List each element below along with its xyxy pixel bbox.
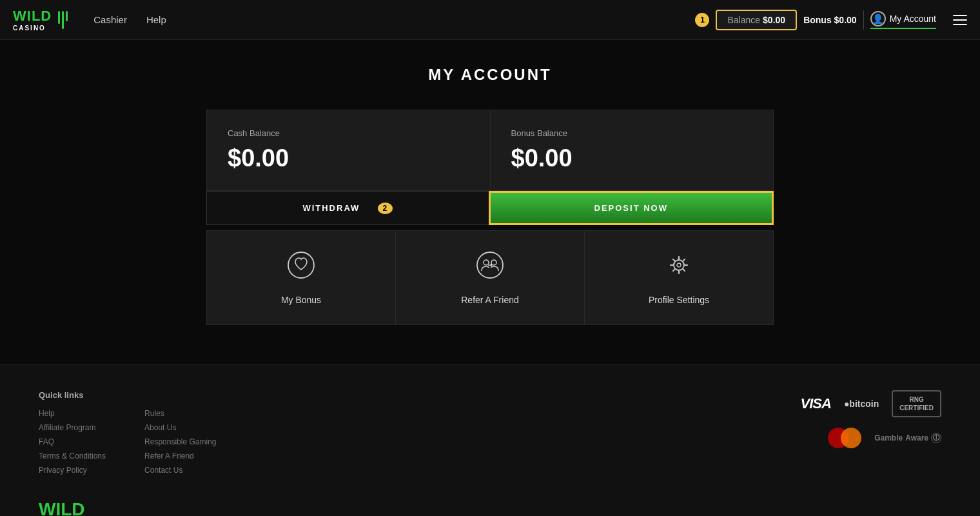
footer-col-misc: x Rules About Us Responsible Gaming Refe… <box>144 390 216 480</box>
svg-point-3 <box>491 260 496 265</box>
bitcoin-badge: ●bitcoin <box>844 399 879 409</box>
nav-help[interactable]: Help <box>146 14 166 25</box>
cash-balance-card: Cash Balance $0.00 <box>206 110 490 191</box>
quick-links-heading: Quick links <box>39 390 106 400</box>
cash-balance-label: Cash Balance <box>228 128 469 138</box>
quick-actions: My Bonus Refe <box>206 230 774 325</box>
step-badge: 1 <box>695 13 709 27</box>
cash-balance-value: $0.00 <box>228 144 469 172</box>
footer-logo: WILD <box>39 499 941 516</box>
quick-action-refer-friend[interactable]: Refer A Friend <box>395 230 584 325</box>
quick-action-my-bonus[interactable]: My Bonus <box>206 230 395 325</box>
footer-badges: VISA ●bitcoin RNG CERTIFIED GambleAware … <box>801 390 941 448</box>
profile-settings-label: Profile Settings <box>649 295 709 305</box>
footer-link-about[interactable]: About Us <box>144 423 216 432</box>
balance-value: $0.00 <box>763 15 785 25</box>
my-bonus-icon <box>286 250 316 286</box>
logo-lines <box>58 11 68 29</box>
my-account-link[interactable]: 👤 My Account <box>870 11 936 29</box>
footer-link-terms[interactable]: Terms & Conditions <box>39 452 106 461</box>
svg-point-2 <box>484 260 489 265</box>
deposit-button[interactable]: DEPOSIT NOW <box>489 191 774 225</box>
hamburger-menu[interactable] <box>953 15 967 25</box>
main-nav: Cashier Help <box>93 14 695 25</box>
footer-link-faq[interactable]: FAQ <box>39 437 106 446</box>
balance-box: Balance $0.00 <box>716 10 797 30</box>
mastercard-badge <box>828 428 861 448</box>
footer-link-rules[interactable]: Rules <box>144 409 216 418</box>
account-icon: 👤 <box>870 11 886 26</box>
page-title: MY ACCOUNT <box>428 66 551 84</box>
nav-cashier[interactable]: Cashier <box>93 14 127 25</box>
bonus-balance-card: Bonus Balance $0.00 <box>490 110 774 191</box>
visa-badge: VISA <box>801 395 831 412</box>
bonus-balance-value: $0.00 <box>511 144 753 172</box>
rng-badge: RNG CERTIFIED <box>892 390 941 417</box>
bonus-value: $0.00 <box>834 15 857 25</box>
footer-links: Quick links Help Affiliate Program FAQ T… <box>39 390 216 480</box>
refer-friend-icon <box>475 250 505 286</box>
profile-settings-icon <box>664 250 694 286</box>
gamble-aware-badge: GambleAware ⓘ <box>874 433 941 443</box>
quick-action-profile-settings[interactable]: Profile Settings <box>584 230 774 325</box>
logo-casino: CASINO <box>13 25 52 32</box>
footer-link-refer[interactable]: Refer A Friend <box>144 452 216 461</box>
refer-friend-label: Refer A Friend <box>461 295 519 305</box>
bonus-label: Bonus <box>803 15 832 25</box>
footer-link-help[interactable]: Help <box>39 409 106 418</box>
bonus-balance-label: Bonus Balance <box>511 128 753 138</box>
footer-link-privacy[interactable]: Privacy Policy <box>39 466 106 475</box>
my-bonus-label: My Bonus <box>281 295 321 305</box>
svg-point-5 <box>677 263 681 267</box>
balance-label: Balance <box>727 15 760 25</box>
bonus-display: Bonus $0.00 <box>803 15 857 25</box>
footer-link-responsible[interactable]: Responsible Gaming <box>144 437 216 446</box>
footer-link-contact[interactable]: Contact Us <box>144 466 216 475</box>
withdraw-step-badge: 2 <box>378 203 393 214</box>
action-buttons: WITHDRAW 2 DEPOSIT NOW <box>206 191 774 225</box>
svg-point-0 <box>288 252 314 278</box>
logo-wild: WILD <box>13 8 52 24</box>
balance-section: Cash Balance $0.00 Bonus Balance $0.00 <box>206 110 774 191</box>
withdraw-button[interactable]: WITHDRAW 2 <box>206 191 489 225</box>
site-logo[interactable]: WILD CASINO <box>13 8 68 32</box>
footer-link-affiliate[interactable]: Affiliate Program <box>39 423 106 432</box>
account-label: My Account <box>890 14 936 24</box>
footer-col-quicklinks: Quick links Help Affiliate Program FAQ T… <box>39 390 106 480</box>
account-container: Cash Balance $0.00 Bonus Balance $0.00 W… <box>206 110 774 325</box>
footer: Quick links Help Affiliate Program FAQ T… <box>0 364 980 516</box>
header-divider <box>863 10 864 30</box>
